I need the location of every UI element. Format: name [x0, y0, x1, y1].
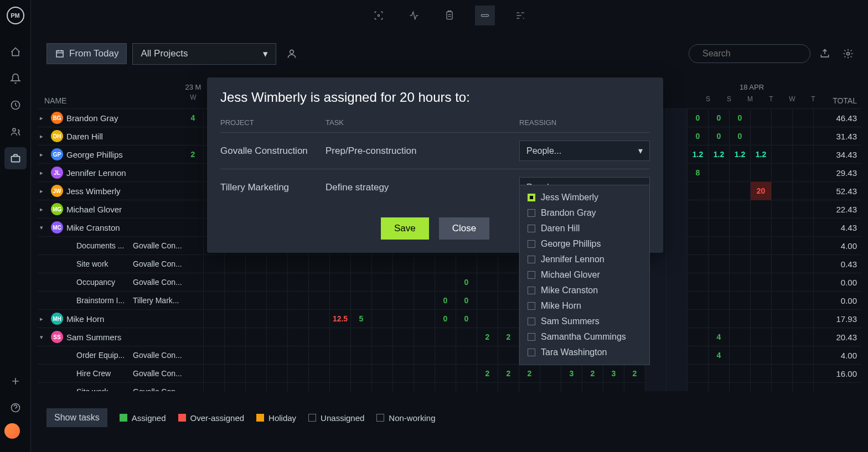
workload-cell[interactable] — [435, 328, 456, 346]
workload-cell[interactable]: 3 — [561, 365, 582, 383]
workload-cell[interactable]: 0 — [709, 127, 730, 146]
workload-cell[interactable] — [204, 328, 225, 346]
workload-cell[interactable] — [414, 255, 435, 273]
checkbox[interactable] — [528, 225, 535, 232]
person-row-name[interactable]: ▸ MH Mike Horn — [38, 313, 183, 325]
person-row-name[interactable]: ▸ GP George Phillips — [38, 148, 183, 160]
workload-cell[interactable] — [709, 200, 730, 219]
workload-cell[interactable] — [730, 219, 751, 237]
workload-cell[interactable] — [372, 273, 393, 292]
workload-cell[interactable] — [246, 310, 267, 328]
workload-cell[interactable] — [372, 310, 393, 328]
checkbox[interactable] — [528, 302, 535, 310]
workload-cell[interactable] — [730, 200, 751, 219]
workload-cell[interactable] — [435, 346, 456, 365]
workload-cell[interactable] — [793, 255, 814, 273]
dropdown-item[interactable]: Mike Cranston — [520, 283, 649, 298]
workload-cell[interactable] — [309, 365, 330, 383]
workload-cell[interactable] — [666, 237, 688, 255]
dropdown-item[interactable]: Michael Glover — [520, 267, 649, 283]
workload-cell[interactable] — [772, 383, 793, 392]
workload-cell[interactable] — [414, 383, 435, 392]
workload-cell[interactable] — [498, 273, 519, 292]
workload-cell[interactable] — [772, 328, 793, 346]
workload-cell[interactable]: 0 — [688, 127, 709, 146]
workload-cell[interactable] — [793, 273, 814, 292]
workload-cell[interactable] — [709, 383, 730, 392]
workload-cell[interactable] — [519, 383, 540, 392]
workload-cell[interactable] — [666, 255, 688, 273]
workload-cell[interactable] — [751, 164, 772, 182]
nav-add-icon[interactable] — [4, 370, 27, 392]
workload-cell[interactable] — [183, 237, 204, 255]
save-button[interactable]: Save — [381, 217, 429, 240]
workload-cell[interactable] — [372, 346, 393, 365]
person-filter-icon[interactable] — [282, 44, 302, 64]
workload-cell[interactable]: 0 — [688, 109, 709, 127]
workload-cell[interactable] — [751, 346, 772, 365]
workload-cell[interactable] — [688, 292, 709, 310]
workload-cell[interactable] — [456, 328, 477, 346]
workload-cell[interactable] — [204, 310, 225, 328]
expand-chevron-icon[interactable]: ▸ — [40, 169, 48, 176]
workload-cell[interactable] — [330, 292, 351, 310]
workload-cell[interactable] — [372, 328, 393, 346]
workload-cell[interactable] — [183, 383, 204, 392]
workload-cell[interactable] — [225, 346, 246, 365]
workload-cell[interactable] — [666, 164, 688, 182]
workload-cell[interactable] — [204, 383, 225, 392]
workload-cell[interactable] — [793, 146, 814, 164]
workload-cell[interactable] — [730, 383, 751, 392]
workload-cell[interactable] — [688, 346, 709, 365]
workload-cell[interactable] — [772, 146, 793, 164]
workload-cell[interactable] — [666, 109, 688, 127]
checkbox[interactable] — [528, 256, 535, 263]
workload-cell[interactable] — [730, 310, 751, 328]
task-row-name[interactable]: Documents ... Govalle Con... — [38, 241, 183, 250]
workload-cell[interactable] — [498, 310, 519, 328]
nav-clock-icon[interactable] — [4, 94, 27, 116]
activity-icon[interactable] — [404, 6, 424, 25]
person-row-name[interactable]: ▸ JL Jennifer Lennon — [38, 167, 183, 179]
workload-cell[interactable] — [246, 292, 267, 310]
workload-cell[interactable] — [751, 328, 772, 346]
projects-select[interactable]: All Projects ▾ — [132, 43, 276, 65]
nav-bell-icon[interactable] — [4, 67, 27, 90]
workload-cell[interactable] — [183, 164, 204, 182]
workload-cell[interactable] — [225, 365, 246, 383]
reassign-select[interactable]: People...▾ — [519, 141, 650, 161]
workload-cell[interactable] — [688, 310, 709, 328]
workload-cell[interactable] — [793, 200, 814, 219]
workload-cell[interactable] — [204, 365, 225, 383]
expand-chevron-icon[interactable]: ▸ — [40, 206, 48, 213]
workload-cell[interactable] — [730, 237, 751, 255]
workload-cell[interactable] — [288, 383, 309, 392]
workload-cell[interactable] — [288, 292, 309, 310]
workload-cell[interactable]: 0 — [730, 127, 751, 146]
people-dropdown[interactable]: Jess WimberlyBrandon GrayDaren HillGeorg… — [519, 185, 650, 365]
workload-cell[interactable] — [267, 383, 288, 392]
workload-cell[interactable] — [772, 273, 793, 292]
workload-cell[interactable] — [351, 328, 372, 346]
workload-cell[interactable] — [688, 273, 709, 292]
workload-cell[interactable] — [288, 273, 309, 292]
workload-cell[interactable] — [709, 164, 730, 182]
workload-cell[interactable] — [309, 255, 330, 273]
workload-cell[interactable] — [351, 346, 372, 365]
workload-cell[interactable] — [183, 127, 204, 146]
workload-cell[interactable] — [225, 328, 246, 346]
person-row-name[interactable]: ▸ JW Jess Wimberly — [38, 185, 183, 197]
from-today-button[interactable]: From Today — [46, 43, 127, 64]
workload-cell[interactable] — [372, 383, 393, 392]
workload-cell[interactable] — [183, 292, 204, 310]
workload-cell[interactable] — [793, 219, 814, 237]
workload-cell[interactable] — [772, 346, 793, 365]
workload-cell[interactable] — [204, 292, 225, 310]
workload-cell[interactable] — [751, 292, 772, 310]
workload-cell[interactable] — [246, 346, 267, 365]
clipboard-icon[interactable] — [440, 6, 459, 25]
workload-cell[interactable]: 2 — [624, 365, 645, 383]
workload-cell[interactable] — [435, 255, 456, 273]
workload-cell[interactable] — [393, 255, 414, 273]
workload-cell[interactable] — [288, 365, 309, 383]
